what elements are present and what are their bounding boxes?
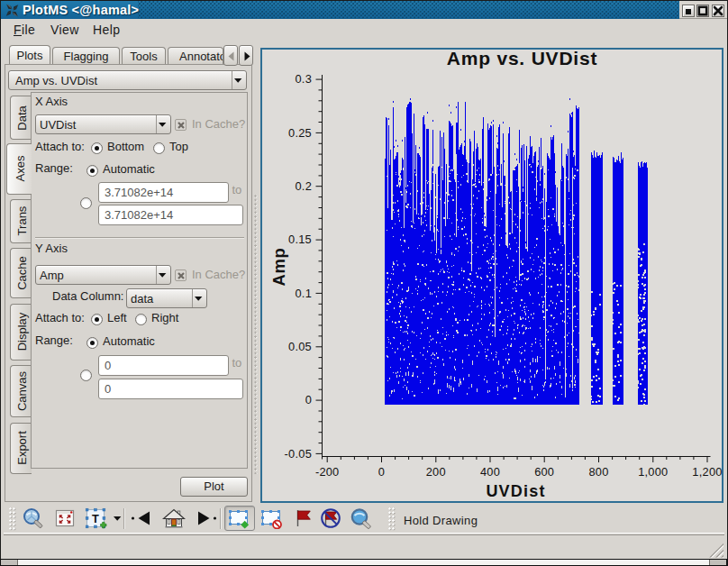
- svg-text:T: T: [92, 512, 99, 525]
